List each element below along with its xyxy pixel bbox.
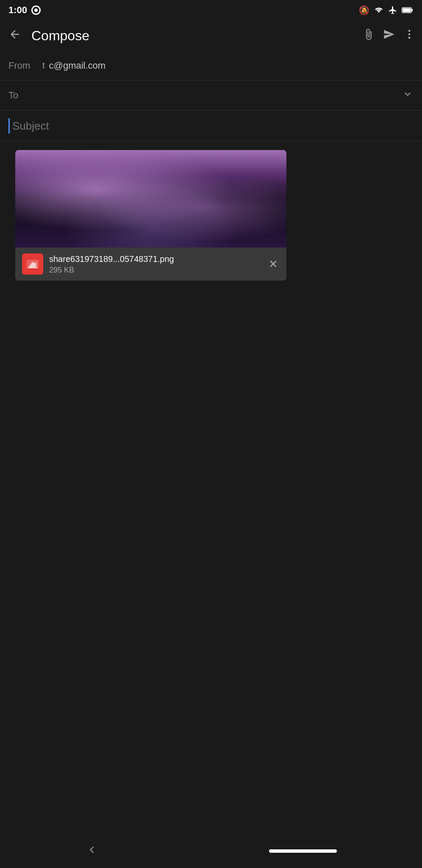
compose-form: From t c@gmail.com To — [0, 51, 422, 353]
expand-recipients-button[interactable] — [402, 88, 414, 103]
status-right: 🔕 — [359, 5, 414, 15]
airplane-icon — [388, 6, 397, 15]
svg-point-3 — [408, 30, 411, 32]
to-field-row: To — [0, 81, 422, 111]
remove-attachment-button[interactable]: ✕ — [267, 256, 280, 273]
attachment-preview-gradient — [15, 150, 286, 248]
app-bar: Compose — [0, 20, 422, 51]
svg-point-4 — [408, 33, 411, 36]
more-options-button[interactable] — [403, 28, 415, 43]
sender-info: t c@gmail.com — [42, 60, 414, 71]
svg-rect-1 — [411, 9, 413, 11]
notification-icon — [31, 6, 41, 15]
attachment-card: share631973189...05748371.png 295 KB ✕ — [15, 150, 286, 281]
svg-rect-2 — [403, 8, 411, 12]
back-button[interactable] — [7, 26, 23, 45]
attachment-details: share631973189...05748371.png 295 KB — [49, 253, 261, 275]
bell-off-icon: 🔕 — [359, 5, 369, 15]
attachment-file-icon — [22, 253, 43, 275]
status-time: 1:00 — [8, 5, 27, 16]
attachment-size: 295 KB — [49, 266, 261, 275]
to-input[interactable] — [34, 90, 402, 101]
wifi-icon — [374, 6, 384, 14]
subject-input[interactable] — [12, 120, 414, 133]
sender-initial: t — [42, 61, 45, 70]
from-label: From — [8, 60, 42, 71]
svg-point-5 — [408, 37, 411, 39]
compose-title: Compose — [31, 28, 354, 44]
to-label: To — [8, 90, 34, 101]
status-left: 1:00 — [8, 5, 41, 16]
attachment-info-bar: share631973189...05748371.png 295 KB ✕ — [15, 248, 286, 281]
nav-bar — [0, 834, 422, 868]
subject-field-row — [0, 111, 422, 142]
home-pill[interactable] — [269, 849, 337, 853]
body-area[interactable]: share631973189...05748371.png 295 KB ✕ — [0, 142, 422, 353]
nav-back-button[interactable] — [85, 843, 99, 860]
app-bar-actions — [363, 28, 415, 43]
attachment-filename: share631973189...05748371.png — [49, 253, 261, 264]
battery-icon — [402, 6, 414, 14]
from-field: From t c@gmail.com — [0, 51, 422, 81]
svg-point-8 — [33, 262, 37, 266]
status-bar: 1:00 🔕 — [0, 0, 422, 20]
attach-button[interactable] — [363, 28, 375, 43]
sender-email: c@gmail.com — [49, 60, 106, 71]
text-cursor — [8, 118, 10, 134]
attachment-preview-image — [15, 150, 286, 248]
send-button[interactable] — [383, 28, 395, 43]
